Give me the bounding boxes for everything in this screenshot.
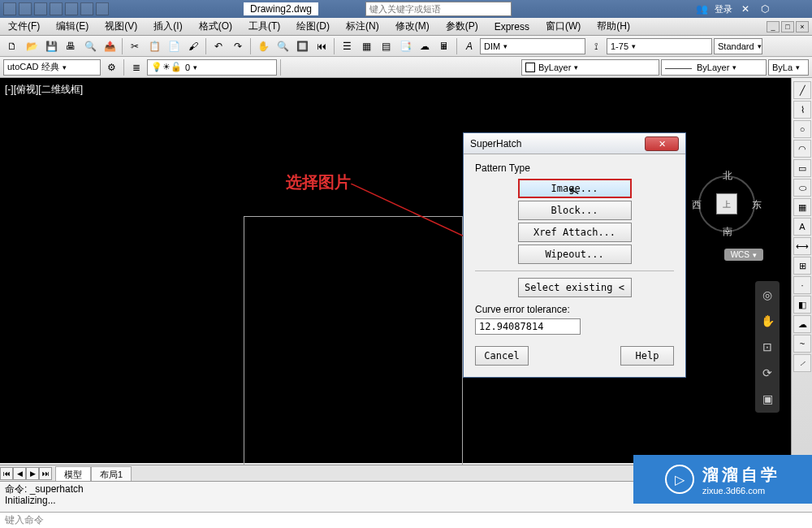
line-tool[interactable]: ╱	[793, 81, 811, 99]
infocenter-icon[interactable]: 👥	[695, 2, 708, 15]
zoom-prev-button[interactable]: ⏮	[313, 37, 330, 55]
mdi-minimize-button[interactable]: _	[767, 21, 780, 32]
rectangle-tool[interactable]: ▭	[793, 159, 811, 177]
redo-button[interactable]: ↷	[229, 37, 247, 55]
wipeout-button[interactable]: Wipeout...	[518, 245, 632, 264]
viewport-label[interactable]: [-][俯视][二维线框]	[5, 83, 83, 97]
menu-dimension[interactable]: 标注(N)	[338, 18, 387, 35]
help-button[interactable]: Help	[620, 346, 674, 366]
showmotion-icon[interactable]: ▣	[758, 390, 776, 408]
tab-prev-button[interactable]: ◀	[13, 467, 26, 480]
text-tool[interactable]: A	[793, 218, 811, 236]
steering-wheel-icon[interactable]: ◎	[758, 286, 776, 304]
table-tool[interactable]: ⊞	[793, 257, 811, 275]
dimension-tool[interactable]: ⟷	[793, 237, 811, 255]
menu-format[interactable]: 格式(O)	[191, 18, 240, 35]
image-button[interactable]: Image...	[518, 179, 632, 198]
spline-tool[interactable]: ~	[793, 335, 811, 353]
linetype-combo[interactable]: ———ByLayer	[661, 59, 767, 76]
region-tool[interactable]: ◧	[793, 296, 811, 314]
textstyle-button[interactable]: A	[460, 37, 478, 55]
viewcube-south[interactable]: 南	[723, 225, 732, 239]
menu-insert[interactable]: 插入(I)	[145, 18, 190, 35]
lineweight-combo[interactable]: ByLa	[768, 59, 809, 76]
open-button[interactable]: 📂	[23, 37, 41, 55]
tab-first-button[interactable]: ⏮	[0, 467, 13, 480]
cut-button[interactable]: ✂	[126, 37, 144, 55]
zoom-extents-icon[interactable]: ⊡	[758, 338, 776, 356]
redo-icon[interactable]	[96, 2, 109, 15]
dimstyle-combo[interactable]: 1-75	[607, 38, 712, 54]
calc-button[interactable]: 🖩	[435, 37, 453, 55]
login-button[interactable]: 登录	[715, 2, 732, 15]
designcenter-button[interactable]: ▦	[357, 37, 375, 55]
viewcube[interactable]: 上 北 南 东 西	[690, 167, 763, 240]
color-combo[interactable]: ByLayer	[521, 59, 659, 76]
infocenter-help-icon[interactable]: ⬡	[758, 2, 771, 15]
sheetset-button[interactable]: 📑	[396, 37, 414, 55]
mdi-close-button[interactable]: ×	[796, 21, 809, 32]
undo-button[interactable]: ↶	[209, 37, 227, 55]
dimstyle-button[interactable]: ⟟	[587, 37, 605, 55]
markup-button[interactable]: ☁	[416, 37, 434, 55]
textstyle-combo[interactable]: DIM	[480, 38, 585, 54]
viewcube-west[interactable]: 西	[692, 198, 702, 212]
paste-button[interactable]: 📄	[165, 37, 183, 55]
menu-express[interactable]: Express	[486, 19, 538, 34]
save-button[interactable]: 💾	[42, 37, 60, 55]
xref-attach-button[interactable]: Xref Attach...	[518, 223, 632, 242]
circle-tool[interactable]: ○	[793, 120, 811, 138]
pan-button[interactable]: ✋	[254, 37, 272, 55]
zoom-window-button[interactable]: 🔲	[293, 37, 311, 55]
menu-edit[interactable]: 编辑(E)	[48, 18, 97, 35]
command-input[interactable]: 键入命令	[0, 512, 812, 528]
tolerance-input[interactable]	[475, 318, 581, 335]
zoom-button[interactable]: 🔍	[274, 37, 292, 55]
layer-manager-button[interactable]: ≣	[127, 58, 145, 76]
menu-modify[interactable]: 修改(M)	[387, 18, 438, 35]
ellipse-tool[interactable]: ⬭	[793, 179, 811, 197]
matchprop-button[interactable]: 🖌	[184, 37, 202, 55]
undo-icon[interactable]	[80, 2, 93, 15]
menu-window[interactable]: 窗口(W)	[538, 18, 589, 35]
print-button[interactable]: 🖶	[62, 37, 80, 55]
toolpalette-button[interactable]: ▤	[377, 37, 395, 55]
viewcube-north[interactable]: 北	[723, 169, 732, 183]
copy-button[interactable]: 📋	[145, 37, 163, 55]
menu-draw[interactable]: 绘图(D)	[288, 18, 338, 35]
layer-combo[interactable]: 💡 ☀ 🔓 0	[147, 59, 277, 76]
menu-tools[interactable]: 工具(T)	[240, 18, 288, 35]
workspace-combo[interactable]: utoCAD 经典	[3, 59, 101, 76]
block-button[interactable]: Block...	[518, 201, 632, 220]
dialog-titlebar[interactable]: SuperHatch ✕	[464, 133, 685, 154]
point-tool[interactable]: ·	[793, 276, 811, 294]
menu-file[interactable]: 文件(F)	[0, 18, 48, 35]
viewcube-top-face[interactable]: 上	[716, 193, 737, 214]
arc-tool[interactable]: ◠	[793, 140, 811, 158]
revcloud-tool[interactable]: ☁	[793, 315, 811, 333]
mdi-restore-button[interactable]: □	[781, 21, 794, 32]
viewcube-east[interactable]: 东	[752, 198, 762, 212]
menu-help[interactable]: 帮助(H)	[589, 18, 638, 35]
cancel-button[interactable]: Cancel	[475, 346, 529, 366]
orbit-icon[interactable]: ⟳	[758, 364, 776, 382]
tablestyle-combo[interactable]: Standard	[714, 38, 762, 54]
dialog-close-button[interactable]: ✕	[645, 136, 679, 151]
save-icon[interactable]	[34, 2, 47, 15]
tab-last-button[interactable]: ⏭	[39, 467, 52, 480]
plot-icon[interactable]	[65, 2, 78, 15]
preview-button[interactable]: 🔍	[81, 37, 99, 55]
open-icon[interactable]	[19, 2, 32, 15]
properties-button[interactable]: ☰	[338, 37, 356, 55]
new-button[interactable]: 🗋	[3, 37, 21, 55]
exchange-icon[interactable]: ✕	[739, 2, 752, 15]
rectangle-entity[interactable]	[244, 216, 463, 500]
menu-view[interactable]: 视图(V)	[97, 18, 145, 35]
tab-layout1[interactable]: 布局1	[91, 466, 132, 483]
drawing-viewport[interactable]: [-][俯视][二维线框] 选择图片 上 北 南 东 西 WCS ◎ ✋ ⊡ ⟳…	[0, 78, 812, 463]
polyline-tool[interactable]: ⌇	[793, 101, 811, 119]
tab-model[interactable]: 模型	[55, 466, 91, 483]
pan-icon[interactable]: ✋	[758, 312, 776, 330]
help-search-input[interactable]	[365, 2, 512, 16]
hatch-tool[interactable]: ▦	[793, 198, 811, 216]
